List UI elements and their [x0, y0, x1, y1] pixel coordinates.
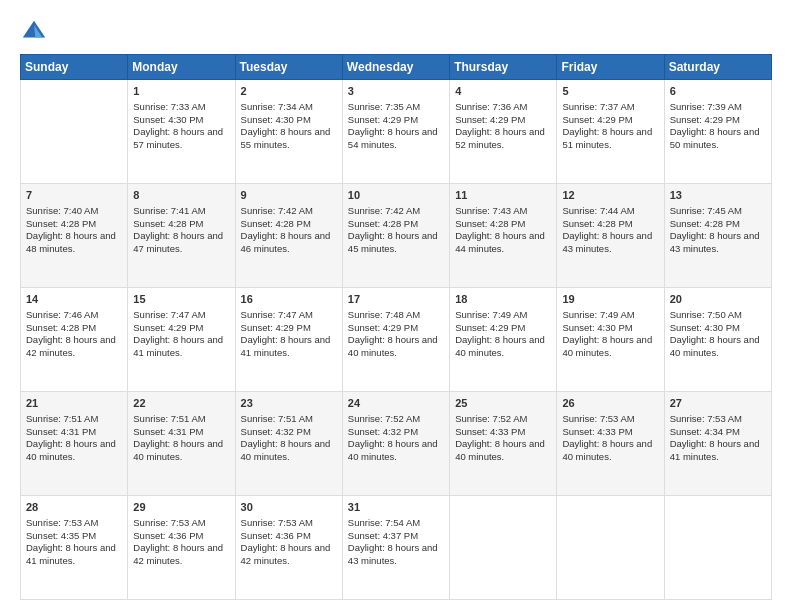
daylight-text: Daylight: 8 hours and 45 minutes.	[348, 230, 444, 256]
sunrise-text: Sunrise: 7:47 AM	[133, 309, 229, 322]
calendar-header-sunday: Sunday	[21, 55, 128, 80]
page: SundayMondayTuesdayWednesdayThursdayFrid…	[0, 0, 792, 612]
daylight-text: Daylight: 8 hours and 40 minutes.	[241, 438, 337, 464]
daylight-text: Daylight: 8 hours and 40 minutes.	[348, 334, 444, 360]
sunrise-text: Sunrise: 7:41 AM	[133, 205, 229, 218]
daylight-text: Daylight: 8 hours and 51 minutes.	[562, 126, 658, 152]
calendar-cell: 12Sunrise: 7:44 AMSunset: 4:28 PMDayligh…	[557, 184, 664, 288]
daylight-text: Daylight: 8 hours and 41 minutes.	[26, 542, 122, 568]
sunrise-text: Sunrise: 7:40 AM	[26, 205, 122, 218]
daylight-text: Daylight: 8 hours and 43 minutes.	[562, 230, 658, 256]
daylight-text: Daylight: 8 hours and 42 minutes.	[26, 334, 122, 360]
calendar-cell: 17Sunrise: 7:48 AMSunset: 4:29 PMDayligh…	[342, 288, 449, 392]
day-number: 27	[670, 396, 766, 411]
calendar-cell: 23Sunrise: 7:51 AMSunset: 4:32 PMDayligh…	[235, 392, 342, 496]
sunrise-text: Sunrise: 7:52 AM	[455, 413, 551, 426]
sunset-text: Sunset: 4:29 PM	[348, 114, 444, 127]
day-number: 5	[562, 84, 658, 99]
sunset-text: Sunset: 4:28 PM	[670, 218, 766, 231]
daylight-text: Daylight: 8 hours and 42 minutes.	[133, 542, 229, 568]
sunset-text: Sunset: 4:29 PM	[670, 114, 766, 127]
day-number: 30	[241, 500, 337, 515]
daylight-text: Daylight: 8 hours and 47 minutes.	[133, 230, 229, 256]
calendar-header-saturday: Saturday	[664, 55, 771, 80]
calendar-cell: 26Sunrise: 7:53 AMSunset: 4:33 PMDayligh…	[557, 392, 664, 496]
calendar-cell: 5Sunrise: 7:37 AMSunset: 4:29 PMDaylight…	[557, 80, 664, 184]
calendar-week-row: 28Sunrise: 7:53 AMSunset: 4:35 PMDayligh…	[21, 496, 772, 600]
day-number: 11	[455, 188, 551, 203]
sunset-text: Sunset: 4:32 PM	[241, 426, 337, 439]
sunset-text: Sunset: 4:30 PM	[562, 322, 658, 335]
calendar-header-friday: Friday	[557, 55, 664, 80]
daylight-text: Daylight: 8 hours and 40 minutes.	[562, 334, 658, 360]
calendar-cell: 3Sunrise: 7:35 AMSunset: 4:29 PMDaylight…	[342, 80, 449, 184]
sunset-text: Sunset: 4:33 PM	[455, 426, 551, 439]
sunrise-text: Sunrise: 7:33 AM	[133, 101, 229, 114]
day-number: 19	[562, 292, 658, 307]
day-number: 7	[26, 188, 122, 203]
sunrise-text: Sunrise: 7:42 AM	[241, 205, 337, 218]
sunset-text: Sunset: 4:31 PM	[133, 426, 229, 439]
sunrise-text: Sunrise: 7:49 AM	[455, 309, 551, 322]
sunrise-text: Sunrise: 7:54 AM	[348, 517, 444, 530]
sunset-text: Sunset: 4:33 PM	[562, 426, 658, 439]
day-number: 20	[670, 292, 766, 307]
calendar-cell: 20Sunrise: 7:50 AMSunset: 4:30 PMDayligh…	[664, 288, 771, 392]
calendar-week-row: 1Sunrise: 7:33 AMSunset: 4:30 PMDaylight…	[21, 80, 772, 184]
sunrise-text: Sunrise: 7:36 AM	[455, 101, 551, 114]
daylight-text: Daylight: 8 hours and 40 minutes.	[133, 438, 229, 464]
sunrise-text: Sunrise: 7:47 AM	[241, 309, 337, 322]
sunrise-text: Sunrise: 7:34 AM	[241, 101, 337, 114]
sunrise-text: Sunrise: 7:46 AM	[26, 309, 122, 322]
sunrise-text: Sunrise: 7:51 AM	[26, 413, 122, 426]
sunrise-text: Sunrise: 7:39 AM	[670, 101, 766, 114]
day-number: 8	[133, 188, 229, 203]
day-number: 12	[562, 188, 658, 203]
sunset-text: Sunset: 4:29 PM	[348, 322, 444, 335]
sunset-text: Sunset: 4:28 PM	[348, 218, 444, 231]
calendar-cell: 28Sunrise: 7:53 AMSunset: 4:35 PMDayligh…	[21, 496, 128, 600]
calendar-cell: 10Sunrise: 7:42 AMSunset: 4:28 PMDayligh…	[342, 184, 449, 288]
sunrise-text: Sunrise: 7:43 AM	[455, 205, 551, 218]
sunrise-text: Sunrise: 7:53 AM	[133, 517, 229, 530]
sunrise-text: Sunrise: 7:42 AM	[348, 205, 444, 218]
sunset-text: Sunset: 4:29 PM	[455, 322, 551, 335]
daylight-text: Daylight: 8 hours and 50 minutes.	[670, 126, 766, 152]
calendar-header-monday: Monday	[128, 55, 235, 80]
day-number: 9	[241, 188, 337, 203]
sunrise-text: Sunrise: 7:37 AM	[562, 101, 658, 114]
calendar-cell: 24Sunrise: 7:52 AMSunset: 4:32 PMDayligh…	[342, 392, 449, 496]
calendar-cell	[557, 496, 664, 600]
sunrise-text: Sunrise: 7:51 AM	[241, 413, 337, 426]
calendar-header-thursday: Thursday	[450, 55, 557, 80]
calendar-cell: 1Sunrise: 7:33 AMSunset: 4:30 PMDaylight…	[128, 80, 235, 184]
sunset-text: Sunset: 4:29 PM	[455, 114, 551, 127]
calendar-cell: 27Sunrise: 7:53 AMSunset: 4:34 PMDayligh…	[664, 392, 771, 496]
sunrise-text: Sunrise: 7:52 AM	[348, 413, 444, 426]
calendar-cell: 16Sunrise: 7:47 AMSunset: 4:29 PMDayligh…	[235, 288, 342, 392]
daylight-text: Daylight: 8 hours and 43 minutes.	[670, 230, 766, 256]
daylight-text: Daylight: 8 hours and 40 minutes.	[455, 334, 551, 360]
calendar-cell: 2Sunrise: 7:34 AMSunset: 4:30 PMDaylight…	[235, 80, 342, 184]
day-number: 26	[562, 396, 658, 411]
sunrise-text: Sunrise: 7:51 AM	[133, 413, 229, 426]
daylight-text: Daylight: 8 hours and 40 minutes.	[26, 438, 122, 464]
daylight-text: Daylight: 8 hours and 41 minutes.	[241, 334, 337, 360]
calendar-cell: 8Sunrise: 7:41 AMSunset: 4:28 PMDaylight…	[128, 184, 235, 288]
sunrise-text: Sunrise: 7:35 AM	[348, 101, 444, 114]
daylight-text: Daylight: 8 hours and 41 minutes.	[133, 334, 229, 360]
calendar-cell: 7Sunrise: 7:40 AMSunset: 4:28 PMDaylight…	[21, 184, 128, 288]
calendar-cell: 6Sunrise: 7:39 AMSunset: 4:29 PMDaylight…	[664, 80, 771, 184]
calendar-cell: 14Sunrise: 7:46 AMSunset: 4:28 PMDayligh…	[21, 288, 128, 392]
calendar-cell: 21Sunrise: 7:51 AMSunset: 4:31 PMDayligh…	[21, 392, 128, 496]
sunset-text: Sunset: 4:32 PM	[348, 426, 444, 439]
day-number: 6	[670, 84, 766, 99]
sunrise-text: Sunrise: 7:53 AM	[670, 413, 766, 426]
day-number: 4	[455, 84, 551, 99]
day-number: 10	[348, 188, 444, 203]
sunset-text: Sunset: 4:37 PM	[348, 530, 444, 543]
day-number: 21	[26, 396, 122, 411]
sunrise-text: Sunrise: 7:53 AM	[26, 517, 122, 530]
day-number: 28	[26, 500, 122, 515]
day-number: 16	[241, 292, 337, 307]
